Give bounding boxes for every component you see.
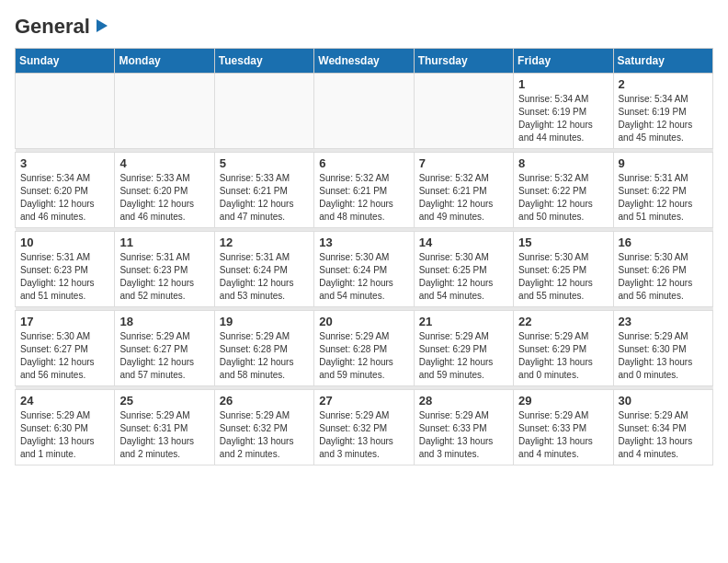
calendar-cell: 19Sunrise: 5:29 AM Sunset: 6:28 PM Dayli…	[214, 311, 313, 386]
day-number: 26	[220, 394, 309, 408]
day-info: Sunrise: 5:32 AM Sunset: 6:21 PM Dayligh…	[319, 172, 408, 224]
calendar-cell: 4Sunrise: 5:33 AM Sunset: 6:20 PM Daylig…	[115, 153, 214, 228]
calendar-cell: 8Sunrise: 5:32 AM Sunset: 6:22 PM Daylig…	[514, 153, 613, 228]
day-number: 3	[20, 156, 109, 170]
day-info: Sunrise: 5:29 AM Sunset: 6:33 PM Dayligh…	[518, 409, 608, 461]
calendar-cell: 2Sunrise: 5:34 AM Sunset: 6:19 PM Daylig…	[613, 74, 712, 149]
calendar-cell: 14Sunrise: 5:30 AM Sunset: 6:25 PM Dayli…	[414, 232, 513, 307]
calendar-week-5: 24Sunrise: 5:29 AM Sunset: 6:30 PM Dayli…	[16, 390, 713, 465]
weekday-header-tuesday: Tuesday	[214, 49, 313, 74]
weekday-header-friday: Friday	[514, 49, 613, 74]
calendar-cell	[314, 74, 414, 149]
calendar-cell: 5Sunrise: 5:33 AM Sunset: 6:21 PM Daylig…	[214, 153, 313, 228]
calendar-cell: 28Sunrise: 5:29 AM Sunset: 6:33 PM Dayli…	[414, 390, 513, 465]
day-info: Sunrise: 5:29 AM Sunset: 6:30 PM Dayligh…	[619, 330, 708, 382]
calendar-cell: 16Sunrise: 5:30 AM Sunset: 6:26 PM Dayli…	[613, 232, 712, 307]
day-info: Sunrise: 5:29 AM Sunset: 6:30 PM Dayligh…	[20, 409, 109, 461]
calendar-cell	[115, 74, 214, 149]
calendar-cell: 29Sunrise: 5:29 AM Sunset: 6:33 PM Dayli…	[514, 390, 613, 465]
day-info: Sunrise: 5:31 AM Sunset: 6:24 PM Dayligh…	[220, 251, 309, 303]
calendar-cell	[16, 74, 115, 149]
day-info: Sunrise: 5:32 AM Sunset: 6:21 PM Dayligh…	[419, 172, 508, 224]
day-info: Sunrise: 5:30 AM Sunset: 6:24 PM Dayligh…	[319, 251, 408, 303]
calendar-cell: 18Sunrise: 5:29 AM Sunset: 6:27 PM Dayli…	[115, 311, 214, 386]
day-info: Sunrise: 5:29 AM Sunset: 6:32 PM Dayligh…	[220, 409, 309, 461]
calendar-cell: 15Sunrise: 5:30 AM Sunset: 6:25 PM Dayli…	[514, 232, 613, 307]
calendar-cell: 9Sunrise: 5:31 AM Sunset: 6:22 PM Daylig…	[613, 153, 712, 228]
page-header: General	[15, 15, 713, 39]
day-number: 16	[619, 236, 708, 249]
calendar-cell: 10Sunrise: 5:31 AM Sunset: 6:23 PM Dayli…	[16, 232, 115, 307]
day-info: Sunrise: 5:29 AM Sunset: 6:29 PM Dayligh…	[518, 330, 608, 382]
logo-arrow-icon	[93, 17, 109, 38]
weekday-header-sunday: Sunday	[16, 49, 115, 74]
day-number: 19	[220, 315, 309, 328]
day-info: Sunrise: 5:30 AM Sunset: 6:27 PM Dayligh…	[20, 330, 109, 382]
day-number: 9	[619, 156, 708, 170]
svg-marker-0	[97, 19, 108, 32]
calendar-cell: 13Sunrise: 5:30 AM Sunset: 6:24 PM Dayli…	[314, 232, 414, 307]
day-number: 29	[518, 394, 608, 408]
day-info: Sunrise: 5:34 AM Sunset: 6:19 PM Dayligh…	[619, 93, 708, 144]
day-number: 11	[119, 236, 209, 249]
day-info: Sunrise: 5:29 AM Sunset: 6:32 PM Dayligh…	[319, 409, 408, 461]
day-number: 20	[319, 315, 408, 328]
day-number: 4	[119, 156, 209, 170]
day-number: 6	[319, 156, 408, 170]
calendar-cell: 7Sunrise: 5:32 AM Sunset: 6:21 PM Daylig…	[414, 153, 513, 228]
logo: General	[15, 15, 109, 39]
weekday-header-monday: Monday	[115, 49, 214, 74]
calendar-week-3: 10Sunrise: 5:31 AM Sunset: 6:23 PM Dayli…	[16, 232, 713, 307]
calendar-cell: 1Sunrise: 5:34 AM Sunset: 6:19 PM Daylig…	[514, 74, 613, 149]
day-info: Sunrise: 5:34 AM Sunset: 6:19 PM Dayligh…	[518, 93, 608, 144]
calendar-cell: 30Sunrise: 5:29 AM Sunset: 6:34 PM Dayli…	[613, 390, 712, 465]
calendar-week-4: 17Sunrise: 5:30 AM Sunset: 6:27 PM Dayli…	[16, 311, 713, 386]
calendar-week-1: 1Sunrise: 5:34 AM Sunset: 6:19 PM Daylig…	[16, 74, 713, 149]
day-number: 25	[119, 394, 209, 408]
day-info: Sunrise: 5:31 AM Sunset: 6:23 PM Dayligh…	[20, 251, 109, 303]
day-number: 5	[220, 156, 309, 170]
day-number: 13	[319, 236, 408, 249]
calendar-cell: 21Sunrise: 5:29 AM Sunset: 6:29 PM Dayli…	[414, 311, 513, 386]
day-info: Sunrise: 5:31 AM Sunset: 6:22 PM Dayligh…	[619, 172, 708, 224]
calendar-table: SundayMondayTuesdayWednesdayThursdayFrid…	[15, 48, 713, 465]
day-number: 10	[20, 236, 109, 249]
day-info: Sunrise: 5:33 AM Sunset: 6:20 PM Dayligh…	[119, 172, 209, 224]
day-number: 30	[619, 394, 708, 408]
calendar-cell	[414, 74, 513, 149]
weekday-header-saturday: Saturday	[613, 49, 712, 74]
calendar-cell: 22Sunrise: 5:29 AM Sunset: 6:29 PM Dayli…	[514, 311, 613, 386]
day-info: Sunrise: 5:34 AM Sunset: 6:20 PM Dayligh…	[20, 172, 109, 224]
calendar-cell: 27Sunrise: 5:29 AM Sunset: 6:32 PM Dayli…	[314, 390, 414, 465]
calendar-cell: 25Sunrise: 5:29 AM Sunset: 6:31 PM Dayli…	[115, 390, 214, 465]
day-info: Sunrise: 5:29 AM Sunset: 6:34 PM Dayligh…	[619, 409, 708, 461]
calendar-cell: 6Sunrise: 5:32 AM Sunset: 6:21 PM Daylig…	[314, 153, 414, 228]
weekday-header-wednesday: Wednesday	[314, 49, 414, 74]
day-info: Sunrise: 5:29 AM Sunset: 6:28 PM Dayligh…	[319, 330, 408, 382]
calendar-week-2: 3Sunrise: 5:34 AM Sunset: 6:20 PM Daylig…	[16, 153, 713, 228]
day-number: 14	[419, 236, 508, 249]
day-number: 2	[619, 77, 708, 91]
day-info: Sunrise: 5:32 AM Sunset: 6:22 PM Dayligh…	[518, 172, 608, 224]
day-info: Sunrise: 5:30 AM Sunset: 6:25 PM Dayligh…	[419, 251, 508, 303]
calendar-cell: 26Sunrise: 5:29 AM Sunset: 6:32 PM Dayli…	[214, 390, 313, 465]
calendar-cell: 23Sunrise: 5:29 AM Sunset: 6:30 PM Dayli…	[613, 311, 712, 386]
weekday-header-thursday: Thursday	[414, 49, 513, 74]
day-number: 21	[419, 315, 508, 328]
day-info: Sunrise: 5:29 AM Sunset: 6:33 PM Dayligh…	[419, 409, 508, 461]
day-number: 24	[20, 394, 109, 408]
day-number: 28	[419, 394, 508, 408]
day-info: Sunrise: 5:29 AM Sunset: 6:31 PM Dayligh…	[119, 409, 209, 461]
day-info: Sunrise: 5:31 AM Sunset: 6:23 PM Dayligh…	[119, 251, 209, 303]
day-info: Sunrise: 5:33 AM Sunset: 6:21 PM Dayligh…	[220, 172, 309, 224]
day-info: Sunrise: 5:29 AM Sunset: 6:29 PM Dayligh…	[419, 330, 508, 382]
day-number: 8	[518, 156, 608, 170]
calendar-header-row: SundayMondayTuesdayWednesdayThursdayFrid…	[16, 49, 713, 74]
day-info: Sunrise: 5:30 AM Sunset: 6:25 PM Dayligh…	[518, 251, 608, 303]
day-number: 15	[518, 236, 608, 249]
day-info: Sunrise: 5:30 AM Sunset: 6:26 PM Dayligh…	[619, 251, 708, 303]
calendar-cell: 12Sunrise: 5:31 AM Sunset: 6:24 PM Dayli…	[214, 232, 313, 307]
calendar-cell: 17Sunrise: 5:30 AM Sunset: 6:27 PM Dayli…	[16, 311, 115, 386]
day-number: 1	[518, 77, 608, 91]
logo-general: General	[15, 15, 90, 39]
